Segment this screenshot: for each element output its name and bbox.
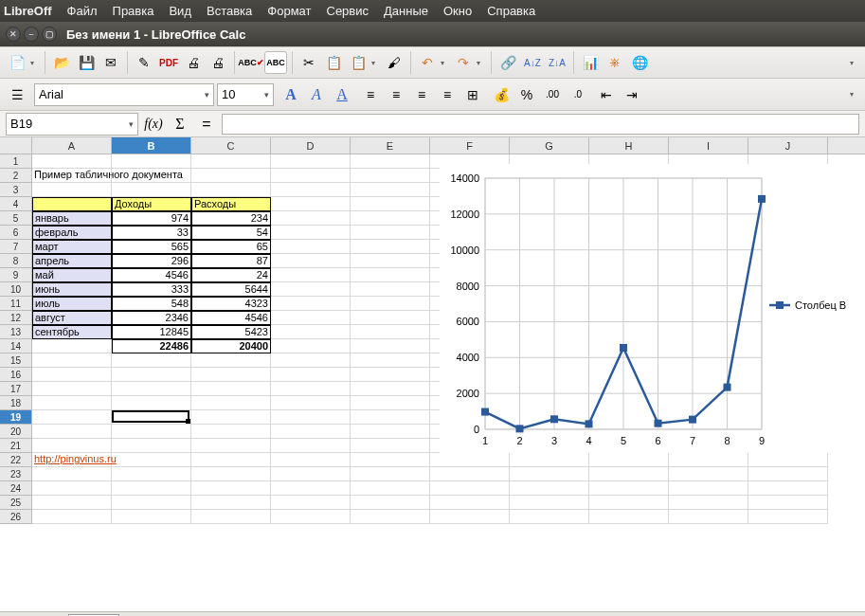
cell[interactable] — [32, 382, 112, 396]
copy-icon[interactable]: 📋 — [322, 51, 345, 74]
cell[interactable] — [351, 169, 430, 183]
row-header[interactable]: 6 — [0, 226, 31, 240]
row-header[interactable]: 8 — [0, 254, 31, 268]
cell[interactable] — [271, 226, 351, 240]
cell[interactable] — [510, 510, 589, 524]
menu-edit[interactable]: Правка — [105, 2, 162, 20]
cell[interactable] — [669, 467, 748, 481]
cell[interactable] — [271, 510, 351, 524]
cell[interactable] — [510, 453, 589, 467]
column-header[interactable]: G — [510, 137, 589, 154]
cell[interactable] — [351, 382, 430, 396]
cell[interactable] — [191, 496, 271, 510]
sort-asc-icon[interactable]: A↓Z — [521, 51, 544, 74]
row-header[interactable]: 2 — [0, 169, 31, 183]
menu-format[interactable]: Формат — [260, 2, 318, 20]
cell[interactable] — [351, 297, 430, 311]
row-header[interactable]: 17 — [0, 382, 31, 396]
align-left-icon[interactable]: ≡ — [359, 83, 382, 106]
cell[interactable]: 548 — [112, 297, 191, 311]
column-header[interactable]: D — [271, 137, 351, 154]
cell[interactable] — [271, 183, 351, 197]
toolbar-overflow[interactable]: ▾ — [850, 59, 859, 67]
cell[interactable]: январь — [32, 211, 112, 226]
column-header[interactable]: E — [351, 137, 430, 154]
cut-icon[interactable]: ✂ — [297, 51, 320, 74]
row-header[interactable]: 22 — [0, 453, 31, 467]
maximize-button[interactable]: ▢ — [42, 27, 57, 42]
row-header[interactable]: 4 — [0, 197, 31, 211]
cell[interactable]: 12845 — [112, 325, 191, 339]
cell[interactable] — [351, 396, 430, 410]
cell[interactable] — [351, 339, 430, 353]
paste-dropdown[interactable]: ▾ — [371, 59, 381, 67]
undo-dropdown[interactable]: ▾ — [441, 59, 450, 67]
cell[interactable] — [748, 496, 828, 510]
cell[interactable]: 33 — [112, 226, 191, 240]
name-box[interactable]: B19▾ — [6, 113, 138, 136]
cell[interactable] — [112, 453, 191, 467]
cell[interactable] — [589, 453, 669, 467]
cell[interactable] — [112, 154, 191, 169]
autospell-icon[interactable]: ABC — [264, 51, 287, 74]
cell[interactable]: август — [32, 311, 112, 325]
cell[interactable] — [32, 410, 112, 425]
cell[interactable] — [351, 496, 430, 510]
cell[interactable]: 4546 — [191, 311, 271, 325]
cell[interactable]: 65 — [191, 240, 271, 254]
cell[interactable] — [271, 396, 351, 410]
cell[interactable] — [351, 439, 430, 453]
menu-window[interactable]: Окно — [436, 2, 479, 20]
print-preview-icon[interactable]: 🖨 — [207, 51, 229, 74]
cell[interactable] — [351, 268, 430, 282]
cell[interactable] — [32, 425, 112, 439]
cell[interactable]: март — [32, 240, 112, 254]
cell[interactable] — [748, 453, 828, 467]
cell[interactable] — [589, 510, 669, 524]
cell[interactable]: 296 — [112, 254, 191, 268]
open-icon[interactable]: 📂 — [50, 51, 73, 74]
print-icon[interactable]: 🖨 — [182, 51, 205, 74]
cell[interactable]: 2346 — [112, 311, 191, 325]
cell[interactable] — [510, 481, 589, 496]
cell[interactable]: Пример табличного документа — [32, 169, 112, 183]
cell[interactable] — [112, 183, 191, 197]
embedded-chart[interactable]: 0200040006000800010000120001400012345678… — [440, 164, 856, 453]
cell[interactable] — [271, 297, 351, 311]
cell[interactable] — [32, 353, 112, 368]
cell[interactable] — [32, 510, 112, 524]
cell[interactable] — [112, 467, 191, 481]
row-header[interactable]: 18 — [0, 396, 31, 410]
cell[interactable] — [669, 510, 748, 524]
row-header[interactable]: 19 — [0, 410, 31, 425]
menu-file[interactable]: Файл — [60, 2, 105, 20]
cell[interactable]: апрель — [32, 254, 112, 268]
cell[interactable] — [112, 496, 191, 510]
cell[interactable] — [271, 325, 351, 339]
select-all-corner[interactable] — [0, 137, 32, 154]
row-header[interactable]: 14 — [0, 339, 31, 353]
column-header[interactable]: B — [112, 137, 191, 154]
cell[interactable] — [32, 496, 112, 510]
cell[interactable] — [112, 396, 191, 410]
hyperlink-icon[interactable]: 🔗 — [496, 51, 519, 74]
cell[interactable] — [748, 467, 828, 481]
formatbar-overflow[interactable]: ▾ — [850, 90, 859, 99]
row-header[interactable]: 5 — [0, 211, 31, 226]
cell[interactable] — [351, 311, 430, 325]
cell[interactable] — [748, 510, 828, 524]
cell[interactable] — [32, 439, 112, 453]
menu-view[interactable]: Вид — [161, 2, 199, 20]
cell[interactable] — [430, 453, 510, 467]
cells-grid[interactable]: Пример табличного документаДоходыРасходы… — [32, 154, 865, 524]
cell[interactable]: 974 — [112, 211, 191, 226]
cell[interactable] — [669, 481, 748, 496]
cell[interactable] — [32, 339, 112, 353]
cell[interactable] — [191, 368, 271, 382]
row-header[interactable]: 13 — [0, 325, 31, 339]
menu-help[interactable]: Справка — [479, 2, 543, 20]
cell[interactable] — [271, 339, 351, 353]
bold-icon[interactable]: A — [279, 83, 302, 106]
row-header[interactable]: 25 — [0, 496, 31, 510]
pdf-export-icon[interactable]: PDF — [157, 51, 180, 74]
